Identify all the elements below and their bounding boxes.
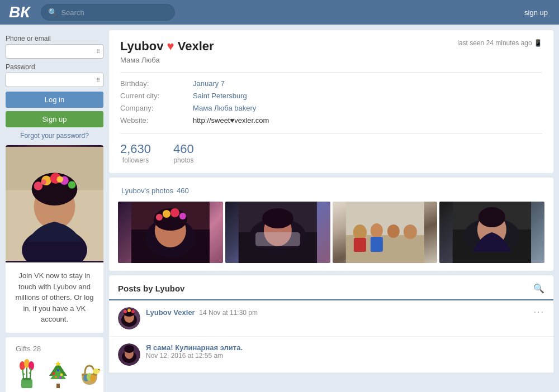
post-header-row-2: Я сама! Кулинарная элита. [146,343,544,352]
phone-dots-icon: ⠿ [96,49,100,55]
profile-info-card: Lyubov ♥ Vexler last seen 24 minutes ago… [109,30,553,173]
stats-row: 2,630 followers 460 photos [120,133,542,164]
post-body-1: Lyubov Vexler 14 Nov at 11:30 pm ··· [146,307,544,329]
gift-item-3 [76,358,103,389]
svg-rect-52 [255,232,300,246]
search-input[interactable] [61,8,168,17]
followers-stat[interactable]: 2,630 followers [120,142,151,164]
post-date-1: 14 Nov at 11:30 pm [199,309,258,317]
search-bar[interactable]: 🔍 [41,4,175,21]
svg-point-28 [59,376,61,379]
photos-grid [118,202,544,263]
gifts-row [13,358,96,389]
post-avatar-1-svg [118,307,140,329]
gift-item-2 [45,358,72,389]
company-value[interactable]: Мама Люба bakery [193,104,256,112]
website-value[interactable]: http://sweet♥vexler.com [193,116,269,125]
photo-1-svg [118,202,223,263]
svg-point-10 [41,179,46,185]
post-author-1[interactable]: Lyubov Vexler [146,308,195,317]
profile-name-row: Lyubov ♥ Vexler last seen 24 minutes ago… [120,39,542,54]
svg-point-76 [124,345,134,353]
photos-count: 460 [173,142,194,156]
photos-label: photos [173,156,194,164]
password-input[interactable] [6,73,103,87]
svg-point-26 [57,369,59,371]
photo-thumb-3[interactable] [333,202,438,263]
main-content: Lyubov ♥ Vexler last seen 24 minutes ago… [109,30,553,392]
city-value[interactable]: Saint Petersburg [193,92,247,100]
tulips-gift [13,359,40,389]
svg-point-27 [55,376,57,378]
city-label: Current city: [120,92,193,100]
post-avatar-2[interactable] [118,343,140,366]
svg-point-37 [98,369,100,370]
profile-full-name: Lyubov ♥ Vexler [120,39,214,54]
post-author-date-2: Я сама! Кулинарная элита. [146,343,243,352]
password-label: Password [6,63,103,71]
svg-rect-56 [353,238,366,252]
profile-photo-svg [6,145,103,262]
svg-point-9 [68,181,76,189]
company-label: Company: [120,104,193,112]
svg-point-55 [353,224,366,240]
post-item-2: Я сама! Кулинарная элита. Nov 12, 2016 a… [109,337,553,373]
profile-details: Birthday: January 7 Current city: Saint … [120,72,542,125]
photo-thumb-1[interactable] [118,202,223,263]
header: ВК 🔍 sign up [0,0,559,25]
photo-2-svg [225,202,330,263]
photo-thumb-2[interactable] [225,202,330,263]
tree-gift [45,359,72,389]
svg-point-11 [56,176,63,183]
svg-point-60 [403,224,416,239]
forgot-password-link[interactable]: Forgot your password? [6,132,103,140]
photos-card: Lyubov's photos460 [109,178,553,271]
login-box: Phone or email ⠿ Password ⠿ Log in Sign … [6,35,103,140]
birthday-value[interactable]: January 7 [193,79,225,88]
followers-label: followers [120,156,151,164]
svg-point-70 [124,310,127,313]
birthday-row: Birthday: January 7 [120,79,542,88]
website-row: Website: http://sweet♥vexler.com [120,116,542,125]
posts-search-icon[interactable]: 🔍 [533,283,544,294]
photos-stat[interactable]: 460 photos [173,142,194,164]
photo-thumb-4[interactable] [439,202,544,263]
last-seen: last seen 24 minutes ago 📱 [457,39,542,47]
signup-button[interactable]: Sign up [6,111,103,127]
vk-logo[interactable]: ВК [9,3,30,21]
svg-rect-14 [22,378,31,380]
post-subdate-2: Nov 12, 2016 at 12:55 am [146,352,544,360]
photo-4-svg [439,202,544,263]
login-button[interactable]: Log in [6,92,103,108]
join-text: Join VK now to stay in touch with Lyubov… [6,262,103,333]
photo-3-svg [333,202,438,263]
phone-input[interactable] [6,44,103,59]
photos-title: Lyubov's photos460 [118,185,544,195]
followers-count: 2,630 [120,142,151,156]
gift-item-1 [13,358,40,389]
svg-point-24 [53,372,55,375]
website-label: Website: [120,116,193,125]
birthday-label: Birthday: [120,79,193,88]
post-item-1: Lyubov Vexler 14 Nov at 11:30 pm ··· [109,300,553,337]
svg-point-51 [262,208,293,228]
svg-rect-13 [21,379,32,388]
post-options-1[interactable]: ··· [534,307,544,317]
profile-heart-icon: ♥ [167,39,174,53]
svg-point-72 [131,310,135,313]
sidebar: Phone or email ⠿ Password ⠿ Log in Sign … [6,30,103,392]
gifts-title: Gifts28 [13,344,96,353]
post-avatar-1[interactable] [118,307,140,329]
profile-tagline: Мама Люба [120,56,542,64]
post-avatar-2-svg [118,343,140,366]
post-author-2[interactable]: Я сама! Кулинарная элита. [146,343,243,352]
posts-title: Posts by Lyubov [118,284,184,293]
search-icon: 🔍 [48,8,58,17]
svg-point-44 [163,210,170,218]
svg-point-46 [179,213,186,219]
profile-photo[interactable] [6,145,103,262]
svg-point-65 [479,207,505,227]
posts-header: Posts by Lyubov 🔍 [109,275,553,300]
svg-point-59 [387,224,399,238]
header-signup-link[interactable]: sign up [524,8,548,17]
